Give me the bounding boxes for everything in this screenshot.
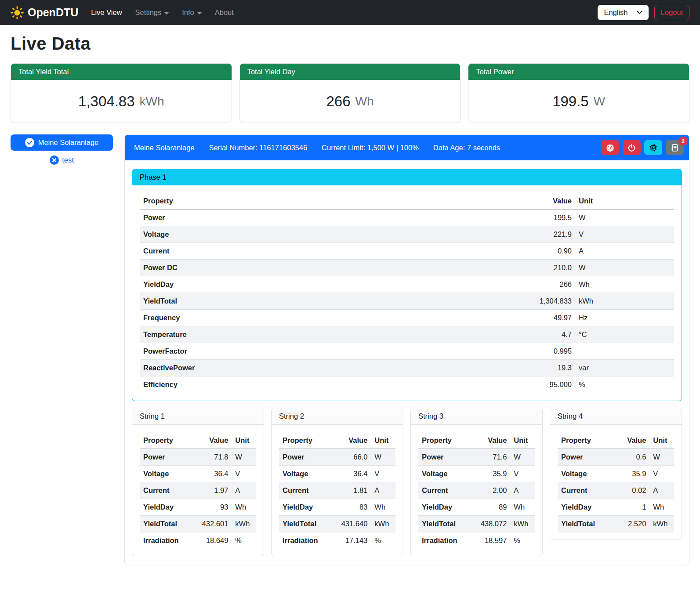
header-property: Property — [279, 432, 337, 449]
property-cell: Voltage — [279, 466, 337, 482]
nav-item-settings[interactable]: Settings — [129, 5, 176, 20]
unit-cell: V — [371, 466, 395, 482]
property-cell: YieldTotal — [279, 516, 337, 532]
inverter-data-age: Data Age: 7 seconds — [433, 144, 500, 152]
string-1-panel: String 1 Property Value Unit — [132, 408, 264, 556]
nav-item-about[interactable]: About — [208, 5, 240, 20]
table-header-row: Property Value Unit — [558, 432, 674, 449]
chevron-down-icon — [637, 11, 642, 14]
journal-icon — [671, 144, 679, 152]
header-unit: Unit — [510, 432, 535, 449]
unit-cell — [575, 343, 674, 360]
value-cell: 0.6 — [616, 449, 650, 466]
event-log-button[interactable]: 2 — [666, 140, 684, 155]
property-cell: ReactivePower — [140, 360, 503, 376]
table-row: YieldDay 93 Wh — [140, 499, 256, 516]
card-unit: W — [594, 94, 605, 109]
table-row: YieldTotal 1,304.833 kWh — [140, 293, 674, 310]
chevron-down-icon — [197, 12, 202, 14]
table-row: Voltage 35.9 V — [558, 466, 674, 482]
property-cell: Irradiation — [279, 532, 337, 549]
property-cell: Irradiation — [140, 532, 198, 549]
table-row: Power DC 210.0 W — [140, 260, 674, 276]
table-row: YieldDay 1 Wh — [558, 499, 674, 516]
table-row: PowerFactor 0.995 — [140, 343, 674, 360]
string-2-table: Property Value Unit Power — [279, 432, 395, 549]
chevron-down-icon — [164, 12, 169, 14]
property-cell: Irradiation — [418, 532, 477, 549]
property-cell: Efficiency — [140, 376, 503, 393]
header-value: Value — [198, 432, 232, 449]
table-row: Power 199.5 W — [140, 210, 674, 226]
table-row: Temperature 4.7 °C — [140, 326, 674, 343]
property-cell: YieldTotal — [558, 516, 616, 532]
value-cell: 432.601 — [198, 516, 232, 532]
speedometer-icon — [606, 144, 614, 152]
table-row: Voltage 221.9 V — [140, 226, 674, 243]
table-row: Current 0.02 A — [558, 482, 674, 499]
property-cell: Voltage — [418, 466, 477, 482]
property-cell: PowerFactor — [140, 343, 503, 360]
value-cell: 17.143 — [337, 532, 371, 549]
logout-button[interactable]: Logout — [654, 5, 689, 20]
unit-cell: % — [371, 532, 395, 549]
inverter-actions: 2 — [601, 140, 684, 155]
property-cell: YieldDay — [140, 276, 503, 293]
value-cell: 431.640 — [337, 516, 371, 532]
property-cell: YieldDay — [558, 499, 616, 516]
inverter-card-header: Meine Solaranlage Serial Number: 1161716… — [125, 135, 689, 160]
card-unit: kWh — [140, 94, 164, 109]
header-unit: Unit — [649, 432, 674, 449]
sun-logo-icon — [11, 6, 24, 19]
value-cell: 71.6 — [477, 449, 511, 466]
table-row: Irradiation 18.649 % — [140, 532, 256, 549]
unit-cell: Wh — [232, 499, 256, 516]
table-row: YieldDay 266 Wh — [140, 276, 674, 293]
sidebar-item-test[interactable]: test — [50, 156, 74, 165]
value-cell: 93 — [198, 499, 232, 516]
value-cell: 0.02 — [616, 482, 650, 499]
string-table-body: Power 66.0 W Voltage 36.4 V — [279, 449, 395, 549]
table-row: Current 0.90 A — [140, 243, 674, 260]
language-select[interactable]: English — [598, 5, 648, 20]
string-table-body: Power 71.6 W Voltage 35.9 V — [418, 449, 535, 549]
unit-cell: A — [575, 243, 674, 260]
power-settings-button[interactable] — [623, 140, 641, 155]
card-value: 266 — [326, 93, 350, 110]
unit-cell: V — [649, 466, 674, 482]
property-cell: Power — [558, 449, 616, 466]
value-cell: 0.995 — [503, 343, 575, 360]
property-cell: Current — [418, 482, 477, 499]
card-unit: Wh — [355, 94, 374, 109]
nav-item-label: Info — [182, 8, 194, 17]
property-cell: Current — [140, 243, 503, 260]
limit-settings-button[interactable] — [601, 140, 619, 155]
value-cell: 4.7 — [503, 326, 575, 343]
unit-cell: W — [649, 449, 674, 466]
nav-item-live-view[interactable]: Live View — [84, 5, 128, 20]
nav-item-info[interactable]: Info — [175, 5, 208, 20]
property-cell: YieldDay — [418, 499, 477, 516]
string-3-table: Property Value Unit Power — [418, 432, 535, 549]
nav-right: English Logout — [598, 5, 689, 20]
device-info-button[interactable] — [644, 140, 662, 155]
unit-cell: % — [575, 376, 674, 393]
cpu-icon — [649, 144, 657, 152]
value-cell: 35.9 — [477, 466, 511, 482]
header-unit: Unit — [575, 193, 674, 210]
card-title: Total Power — [468, 64, 689, 80]
value-cell: 1.97 — [198, 482, 232, 499]
brand[interactable]: OpenDTU — [11, 6, 78, 19]
card-value: 1,304.83 — [78, 93, 134, 110]
phase-1-panel: Phase 1 Property Value Unit — [132, 169, 682, 401]
brand-label: OpenDTU — [28, 6, 78, 19]
value-cell: 66.0 — [337, 449, 371, 466]
nav-item-label: Settings — [135, 8, 162, 17]
phase-table-body: Power 199.5 W Voltage 221.9 V — [140, 210, 674, 393]
value-cell: 266 — [503, 276, 575, 293]
property-cell: Temperature — [140, 326, 503, 343]
table-row: Current 1.97 A — [140, 482, 256, 499]
property-cell: Power — [279, 449, 337, 466]
sidebar-item-meine-solaranlage[interactable]: Meine Solaranlage — [11, 134, 113, 151]
property-cell: Power — [140, 449, 198, 466]
